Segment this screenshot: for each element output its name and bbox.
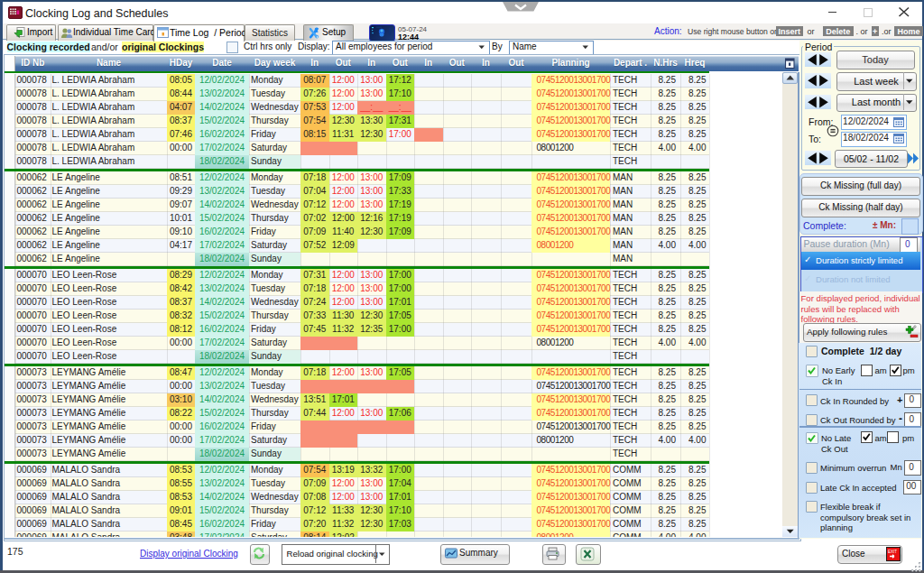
svg-text:EXIT: EXIT bbox=[888, 550, 897, 554]
